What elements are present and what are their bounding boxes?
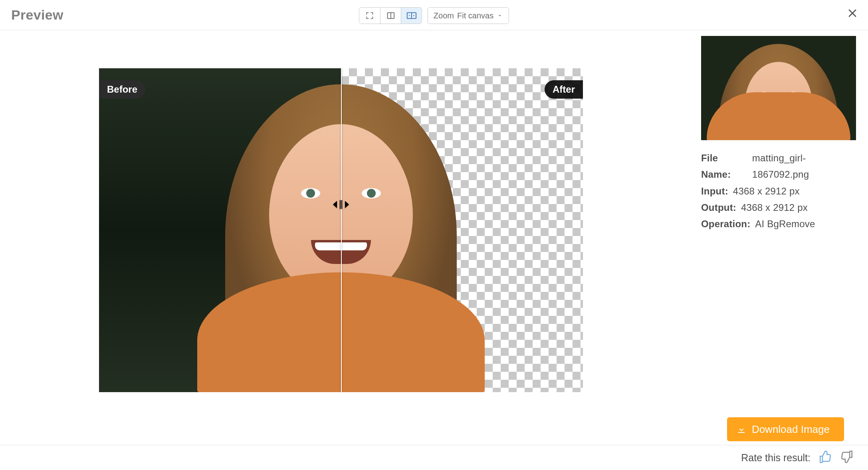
thumbnail[interactable] [701, 36, 856, 140]
compare-icon [406, 11, 416, 20]
download-button[interactable]: Download Image [727, 417, 844, 441]
zoom-label: Zoom [434, 11, 454, 20]
thumbs-down-button[interactable] [840, 450, 854, 465]
canvas-area: Before After [0, 30, 694, 445]
download-wrap: Download Image [727, 417, 844, 441]
download-label: Download Image [752, 423, 830, 435]
body: Before After File Name: matting_girl-186… [0, 30, 868, 445]
compare-divider[interactable] [341, 68, 342, 392]
close-icon [846, 7, 858, 19]
thumbs-up-button[interactable] [818, 450, 832, 465]
thumbs-down-icon [840, 450, 854, 464]
view-mode-segment [359, 7, 422, 24]
metadata: File Name: matting_girl-1867092.png Inpu… [701, 150, 856, 232]
rate-label: Rate this result: [741, 452, 811, 464]
before-label: Before [99, 80, 145, 99]
file-name-value: matting_girl-1867092.png [752, 150, 856, 183]
compare-canvas[interactable]: Before After [99, 68, 583, 392]
svg-rect-5 [341, 200, 342, 209]
download-icon [737, 424, 746, 434]
close-button[interactable] [846, 7, 858, 21]
operation-label: Operation: [701, 216, 750, 232]
expand-icon [366, 12, 374, 20]
preview-dialog: Preview Zoom Fit canvas [0, 0, 868, 470]
split-icon [386, 11, 395, 20]
input-label: Input: [701, 183, 728, 199]
zoom-value: Fit canvas [457, 11, 493, 20]
sidebar: File Name: matting_girl-1867092.png Inpu… [694, 30, 868, 445]
input-value: 4368 x 2912 px [733, 183, 800, 199]
file-name-label: File Name: [701, 150, 747, 183]
header: Preview Zoom Fit canvas [0, 0, 868, 30]
compare-handle[interactable] [333, 200, 349, 209]
operation-value: AI BgRemove [755, 216, 815, 232]
after-pane [341, 68, 583, 392]
before-pane [99, 68, 341, 392]
footer: Rate this result: [0, 445, 868, 470]
zoom-dropdown[interactable]: Zoom Fit canvas [428, 7, 509, 24]
view-compare-button[interactable] [401, 8, 422, 24]
view-split-button[interactable] [380, 8, 401, 24]
page-title: Preview [11, 7, 63, 23]
view-fullscreen-button[interactable] [359, 8, 380, 24]
after-label: After [545, 80, 583, 99]
svg-rect-4 [340, 200, 341, 209]
view-toolbar: Zoom Fit canvas [359, 7, 509, 24]
output-value: 4368 x 2912 px [741, 199, 808, 216]
output-label: Output: [701, 199, 736, 216]
thumbs-up-icon [818, 450, 832, 464]
chevron-down-icon [497, 12, 503, 19]
